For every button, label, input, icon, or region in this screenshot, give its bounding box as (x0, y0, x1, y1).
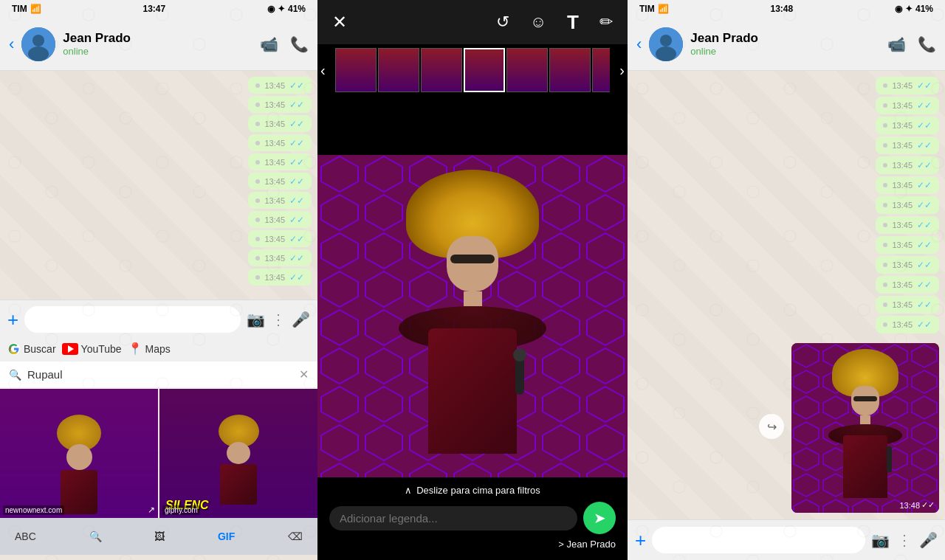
left-plus-button[interactable]: + (7, 308, 18, 331)
keyboard-search-icon[interactable]: 🔍 (89, 530, 102, 542)
editor-bottom: ∧ Deslize para cima para filtros ➤ > Jea… (317, 477, 628, 560)
dot (883, 303, 887, 307)
left-buscar-link[interactable]: Buscar (7, 342, 56, 356)
swipe-hint-text: Deslize para cima para filtros (416, 485, 540, 496)
search-clear-icon[interactable]: ✕ (299, 367, 309, 381)
left-gif-search-input[interactable] (27, 368, 293, 381)
microphone (515, 350, 524, 395)
youtube-icon (62, 343, 78, 355)
film-right-arrow[interactable]: › (619, 62, 625, 79)
film-frame-5[interactable] (506, 48, 548, 92)
fp7 (593, 49, 610, 91)
rupaul-body-area (413, 306, 532, 454)
film-frame-1[interactable] (335, 48, 377, 92)
left-camera-icon[interactable]: 📷 (247, 311, 265, 328)
left-msg-9: 13:45 ✓✓ (248, 230, 312, 247)
caption-row: ➤ (329, 502, 616, 534)
sent-image-timestamp: 13:48 ✓✓ (899, 500, 935, 510)
left-status-left: TIM 📶 (12, 4, 41, 14)
rupaul-face (447, 236, 498, 291)
dot (255, 103, 260, 107)
left-message-input[interactable] (24, 306, 241, 333)
editor-tools: ↺ ☺ T ✏ (496, 11, 613, 34)
dot (883, 163, 887, 167)
editor-text-icon[interactable]: T (567, 11, 579, 34)
send-button[interactable]: ➤ (583, 502, 616, 534)
right-back-button[interactable]: ‹ (636, 35, 642, 54)
rupaul-figure (391, 170, 554, 454)
right-mic-icon[interactable]: 🎤 (919, 531, 938, 549)
left-msg-2: 13:45 ✓✓ (248, 96, 312, 113)
keyboard-image-icon[interactable]: 🖼 (154, 530, 165, 542)
left-status-bar: TIM 📶 13:47 ◉ ✦ 41% (0, 0, 317, 18)
fp4 (465, 49, 504, 91)
film-frame-4[interactable] (464, 48, 505, 92)
right-call-icon[interactable]: 📞 (918, 35, 936, 53)
left-maps-link[interactable]: 📍 Maps (128, 342, 171, 356)
left-video-icon[interactable]: 📹 (260, 35, 278, 53)
left-mic-icon[interactable]: 🎤 (292, 311, 310, 328)
left-back-button[interactable]: ‹ (9, 35, 14, 54)
keyboard-abc-button[interactable]: ABC (15, 530, 36, 542)
right-msg-5: 13:45 ✓✓ (876, 156, 939, 174)
left-time: 13:47 (142, 4, 165, 14)
rupaul-silhouette-2 (209, 415, 268, 496)
send-icon: ➤ (594, 509, 606, 527)
dot (255, 256, 260, 260)
keyboard-gif-button[interactable]: GIF (218, 530, 235, 542)
keyboard-delete-icon[interactable]: ⌫ (288, 530, 303, 542)
editor-close-button[interactable]: ✕ (332, 12, 347, 32)
buscar-label: Buscar (24, 343, 56, 355)
left-msg-8: 13:45 ✓✓ (248, 211, 312, 228)
film-left-arrow[interactable]: ‹ (320, 62, 326, 79)
right-msg-4: 13:45 ✓✓ (876, 136, 939, 154)
left-search-row: 🔍 ✕ (0, 362, 317, 387)
right-msg-13: 13:45 ✓✓ (876, 316, 939, 333)
editor-emoji-icon[interactable]: ☺ (530, 13, 546, 32)
left-msg-11: 13:45 ✓✓ (248, 269, 312, 286)
left-youtube-link[interactable]: YouTube (62, 342, 122, 356)
right-video-icon[interactable]: 📹 (887, 35, 906, 53)
left-gif-item-2[interactable]: SILENC giphy.com (159, 389, 317, 518)
left-msg-7: 13:45 ✓✓ (248, 192, 312, 209)
rupaul-silhouette-1 (49, 415, 109, 503)
right-status-left: TIM 📶 (639, 4, 669, 14)
sent-body (836, 424, 895, 498)
film-frame-3[interactable] (421, 48, 462, 92)
left-call-icon[interactable]: 📞 (290, 35, 309, 53)
left-gif-item-1[interactable]: newnownext.com ↗ (0, 389, 158, 518)
right-msg-10: 13:45 ✓✓ (876, 256, 939, 274)
left-panel: TIM 📶 13:47 ◉ ✦ 41% ‹ Jean Prado online … (0, 0, 317, 560)
right-msg-8: 13:45 ✓✓ (876, 216, 939, 234)
right-contact-name: Jean Prado (690, 31, 880, 46)
right-msg-9: 13:45 ✓✓ (876, 236, 939, 254)
caption-input[interactable] (329, 506, 577, 530)
left-quick-links: Buscar YouTube 📍 Maps (0, 339, 317, 362)
gif-preview-1 (0, 389, 158, 518)
right-more-icon[interactable]: ⋮ (897, 531, 912, 549)
left-more-icon[interactable]: ⋮ (271, 311, 286, 328)
fp5 (507, 49, 547, 91)
editor-draw-icon[interactable]: ✏ (599, 13, 613, 32)
left-chat-header: ‹ Jean Prado online 📹 📞 (0, 18, 317, 71)
dot (883, 143, 887, 148)
right-message-input[interactable] (652, 527, 865, 553)
svg-point-8 (660, 35, 672, 46)
right-camera-icon[interactable]: 📷 (871, 531, 890, 549)
film-frame-2[interactable] (378, 48, 419, 92)
forward-button[interactable]: ↪ (759, 414, 784, 439)
middle-panel: ✕ ↺ ☺ T ✏ ‹ › (317, 0, 628, 560)
sent-image-inner: 13:48 ✓✓ (791, 343, 939, 513)
right-bottom: + 📷 ⋮ 🎤 (628, 519, 945, 560)
right-battery: 41% (915, 4, 933, 14)
gif-source-1: newnownext.com (3, 505, 64, 515)
film-frame-6[interactable] (549, 48, 591, 92)
preview-image-area (317, 155, 628, 477)
editor-rotate-icon[interactable]: ↺ (496, 13, 509, 32)
film-frame-7[interactable] (592, 48, 610, 92)
left-contact-name: Jean Prado (63, 31, 252, 46)
right-avatar (649, 27, 683, 61)
black-top (317, 96, 628, 155)
right-plus-button[interactable]: + (635, 529, 646, 552)
youtube-label: YouTube (81, 343, 122, 355)
